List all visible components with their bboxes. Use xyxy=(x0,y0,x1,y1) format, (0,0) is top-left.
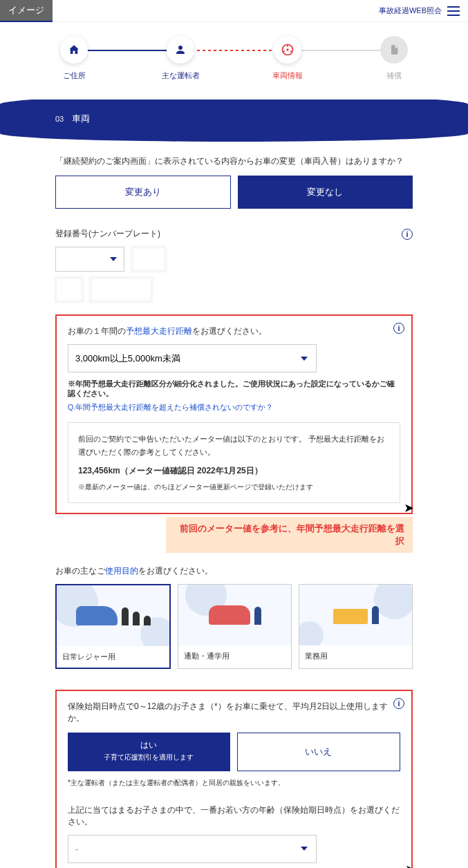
purpose-commute-card[interactable]: 通勤・通学用 xyxy=(178,584,292,669)
accident-web-link[interactable]: 事故経過WEB照会 xyxy=(379,6,442,16)
mileage-select[interactable]: 3,000km以上5,000km未満 xyxy=(68,344,317,372)
child-age-select[interactable]: - xyxy=(68,835,317,863)
step-driver[interactable]: 主な運転者 xyxy=(127,36,234,81)
plate-class-input[interactable] xyxy=(131,247,166,272)
change-yes-button[interactable]: 変更あり xyxy=(55,176,231,209)
child-note: *主な運転者（または主な運転者の配偶者）と同居の親族をいいます。 xyxy=(68,778,400,788)
progress-stepper: ご住所 主な運転者 車両情報 補償 xyxy=(0,22,468,88)
child-discount-section: i 保険始期日時点で0～12歳のお子さま（*）をお車に乗せて、平均月2日以上使用… xyxy=(55,690,413,868)
svg-point-1 xyxy=(286,48,288,50)
mileage-callout: 前回のメーター値を参考に、年間予想最大走行距離を選択 xyxy=(166,517,413,553)
mileage-info-icon[interactable]: i xyxy=(393,323,404,334)
cursor-icon: ➤ xyxy=(405,862,415,868)
plate-number-input[interactable] xyxy=(90,277,152,302)
mileage-term-link[interactable]: 予想最大走行距離 xyxy=(126,326,192,336)
purpose-question: お車の主なご使用目的をお選びください。 xyxy=(55,565,413,577)
purpose-leisure-card[interactable]: 日常レジャー用 xyxy=(55,584,171,669)
purpose-business-card[interactable]: 業務用 xyxy=(299,584,413,669)
mileage-section: i お車の１年間の予想最大走行距離をお選びください。 3,000km以上5,00… xyxy=(55,314,413,514)
section-header: 03車両 xyxy=(0,104,468,133)
menu-icon[interactable] xyxy=(447,6,460,16)
child-info-icon[interactable]: i xyxy=(393,698,404,709)
change-no-button[interactable]: 変更なし xyxy=(238,176,413,209)
meter-info-box: 前回のご契約でご申告いただいたメーター値は以下のとおりです。 予想最大走行距離を… xyxy=(68,422,400,503)
cursor-icon: ➤ xyxy=(404,500,414,516)
child-age-question: 上記に当てはまるお子さまの中で、一番お若い方の年齢（保険始期日時点）をお選びくだ… xyxy=(68,804,400,828)
top-bar: イメージ 事故経過WEB照会 xyxy=(0,0,468,22)
meter-value: 123,456km（メーター値確認日 2022年1月25日） xyxy=(78,464,390,478)
child-no-button[interactable]: いいえ xyxy=(237,733,401,771)
plate-info-icon[interactable]: i xyxy=(402,229,413,240)
purpose-term-link[interactable]: 使用目的 xyxy=(105,566,138,576)
plate-label: 登録番号(ナンバープレート) xyxy=(55,228,160,240)
mileage-faq-link[interactable]: Q.年間予想最大走行距離を超えたら補償されないのですか？ xyxy=(68,403,400,413)
plate-region-select[interactable] xyxy=(55,247,124,272)
child-question: 保険始期日時点で0～12歳のお子さま（*）をお車に乗せて、平均月2日以上使用しま… xyxy=(68,701,400,724)
vehicle-change-question: 「継続契約のご案内画面」に表示されている内容からお車の変更（車両入替）はあります… xyxy=(55,155,413,167)
mileage-note: ※年間予想最大走行距離区分が細分化されました。ご使用状況にあった設定になっている… xyxy=(68,379,400,399)
child-yes-button[interactable]: はい 子育て応援割引を適用します xyxy=(68,733,230,771)
step-vehicle[interactable]: 車両情報 xyxy=(234,36,341,81)
mileage-question: お車の１年間の予想最大走行距離をお選びください。 xyxy=(68,326,400,337)
step-coverage[interactable]: 補償 xyxy=(341,36,447,81)
plate-kana-input[interactable] xyxy=(55,277,83,302)
image-badge: イメージ xyxy=(0,0,53,22)
step-address[interactable]: ご住所 xyxy=(21,36,127,81)
